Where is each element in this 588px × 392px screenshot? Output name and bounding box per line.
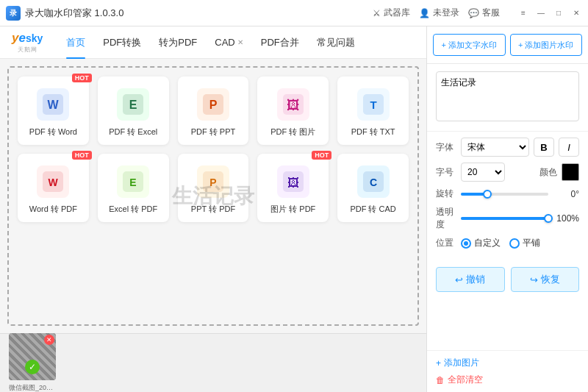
thumbnail-bar: ✕ ✓ 微信截图_202212... xyxy=(0,333,426,392)
service-btn[interactable]: 💬 客服 xyxy=(468,7,500,19)
img2pdf-icon: 🖼 xyxy=(277,165,309,198)
color-picker[interactable] xyxy=(562,163,579,181)
italic-btn[interactable]: I xyxy=(559,138,579,157)
ppt2pdf-icon: P xyxy=(197,165,229,198)
rotate-row: 旋转 0° xyxy=(436,188,579,200)
thumbnail-check-icon: ✓ xyxy=(25,360,40,374)
tool-pdf-to-txt[interactable]: T PDF 转 TXT xyxy=(337,76,409,145)
window-controls: ≡ — □ ✕ xyxy=(517,7,582,19)
font-row: 字体 宋体 B I xyxy=(436,138,579,157)
rotate-label: 旋转 xyxy=(436,188,456,200)
login-btn[interactable]: 👤 未登录 xyxy=(419,7,459,19)
tool-label: 图片 转 PDF xyxy=(270,204,315,215)
app-icon: 录 xyxy=(6,6,21,21)
svg-text:E: E xyxy=(130,177,137,188)
app-title: 录大咖水印管家 1.0.3.0 xyxy=(25,7,373,20)
svg-text:W: W xyxy=(49,177,59,188)
add-image-icon: + xyxy=(436,358,441,368)
redo-btn[interactable]: ↪ 恢复 xyxy=(511,267,580,292)
tool-pdf-to-word[interactable]: W HOT PDF 转 Word xyxy=(18,76,89,145)
tool-word-to-pdf[interactable]: W HOT Word 转 PDF xyxy=(18,154,89,222)
menu-btn[interactable]: ≡ xyxy=(517,7,529,19)
tool-label: PDF 转 PPT xyxy=(191,126,236,138)
opacity-slider[interactable] xyxy=(461,217,548,220)
tool-label: PDF 转 CAD xyxy=(350,204,395,215)
font-select[interactable]: 宋体 xyxy=(461,138,529,157)
tool-excel-to-pdf[interactable]: E Excel 转 PDF xyxy=(98,154,169,222)
rotate-slider[interactable] xyxy=(461,193,548,196)
add-image-link[interactable]: + 添加图片 xyxy=(436,357,579,369)
tool-img-to-pdf[interactable]: 🖼 HOT 图片 转 PDF xyxy=(257,154,329,222)
position-custom-radio[interactable]: 自定义 xyxy=(461,237,501,249)
tool-label: Excel 转 PDF xyxy=(109,204,157,215)
nav-item-pdf-merge[interactable]: PDF合并 xyxy=(252,26,308,59)
logo-tagline: 天鹅网 xyxy=(18,46,37,54)
ppt-icon: P xyxy=(197,88,229,121)
size-select[interactable]: 20 xyxy=(461,163,505,182)
thumbnail-item: ✕ ✓ 微信截图_202212... xyxy=(9,333,56,392)
undo-icon: ↩ xyxy=(455,274,463,285)
position-radio-group: 自定义 平铺 xyxy=(461,237,540,249)
font-label: 字体 xyxy=(436,141,456,154)
position-tile-radio[interactable]: 平铺 xyxy=(509,237,540,249)
excel2pdf-icon: E xyxy=(117,165,149,198)
size-label: 字号 xyxy=(436,166,456,179)
redo-icon: ↪ xyxy=(530,274,538,285)
close-btn[interactable]: ✕ xyxy=(570,7,582,19)
weapon-library-btn[interactable]: ⚔ 武器库 xyxy=(373,7,410,19)
rp-top-buttons: + 添加文字水印 + 添加图片水印 xyxy=(427,26,588,64)
hot-badge: HOT xyxy=(72,151,92,160)
rotate-value: 0° xyxy=(553,189,579,199)
minimize-btn[interactable]: — xyxy=(535,7,547,19)
thumbnail-label: 微信截图_202212... xyxy=(9,383,56,392)
img-icon: 🖼 xyxy=(277,88,309,121)
maximize-btn[interactable]: □ xyxy=(553,7,564,19)
content-area: 生活记录 W HOT PDF 转 Word E PDF 转 Excel xyxy=(0,59,426,333)
nav-item-faq[interactable]: 常见问题 xyxy=(308,26,364,59)
add-img-watermark-btn[interactable]: + 添加图片水印 xyxy=(510,34,583,56)
plus-icon: + xyxy=(442,40,446,49)
nav-logo: y e sky 天鹅网 xyxy=(12,31,43,54)
tool-label: PDF 转 图片 xyxy=(270,126,315,138)
radio-custom-icon xyxy=(461,238,471,249)
svg-text:W: W xyxy=(48,99,60,111)
word2pdf-icon: W xyxy=(37,165,69,198)
clear-all-link[interactable]: 🗑 全部清空 xyxy=(436,374,579,386)
title-bar: 录 录大咖水印管家 1.0.3.0 ⚔ 武器库 👤 未登录 💬 客服 ≡ — □… xyxy=(0,0,588,26)
watermark-text-input[interactable] xyxy=(436,71,579,121)
thumbnail-close-btn[interactable]: ✕ xyxy=(44,335,54,345)
svg-text:🖼: 🖼 xyxy=(287,177,299,189)
undo-btn[interactable]: ↩ 撤销 xyxy=(436,267,505,292)
bold-btn[interactable]: B xyxy=(534,138,554,157)
tool-pdf-to-ppt[interactable]: P PDF 转 PPT xyxy=(178,76,249,145)
svg-text:T: T xyxy=(370,99,376,111)
opacity-label: 透明度 xyxy=(436,206,456,231)
hot-badge: HOT xyxy=(72,74,92,82)
tool-label: PPT 转 PDF xyxy=(191,204,235,215)
nav-item-to-pdf[interactable]: 转为PDF xyxy=(150,26,206,59)
weapon-icon: ⚔ xyxy=(373,8,381,18)
word-icon: W xyxy=(37,88,69,121)
tool-pdf-to-cad[interactable]: C PDF 转 CAD xyxy=(337,154,409,222)
nav-item-home[interactable]: 首页 xyxy=(57,26,94,59)
nav-item-close-cad[interactable]: ✕ xyxy=(237,38,243,46)
plus-icon: + xyxy=(518,40,523,49)
svg-text:P: P xyxy=(209,99,218,111)
rp-bottom-links: + 添加图片 🗑 全部清空 xyxy=(427,350,588,392)
tools-grid: W HOT PDF 转 Word E PDF 转 Excel P PDF 转 P… xyxy=(12,71,415,228)
watermark-text-section xyxy=(427,64,588,132)
color-label: 颜色 xyxy=(509,166,557,179)
tool-label: PDF 转 Word xyxy=(29,126,77,138)
nav-item-cad[interactable]: CAD ✕ xyxy=(206,26,251,59)
main-container: y e sky 天鹅网 首页 PDF转换 转为PDF CAD ✕ xyxy=(0,26,588,392)
hot-badge: HOT xyxy=(312,151,331,160)
tool-pdf-to-img[interactable]: 🖼 PDF 转 图片 xyxy=(257,76,329,145)
tool-pdf-to-excel[interactable]: E PDF 转 Excel xyxy=(98,76,169,145)
thumbnail-preview[interactable]: ✕ ✓ xyxy=(9,333,56,380)
tool-ppt-to-pdf[interactable]: P PPT 转 PDF xyxy=(178,154,249,222)
left-content: y e sky 天鹅网 首页 PDF转换 转为PDF CAD ✕ xyxy=(0,26,426,392)
action-buttons: ↩ 撤销 ↪ 恢复 xyxy=(427,261,588,298)
nav-item-pdf-convert[interactable]: PDF转换 xyxy=(94,26,150,59)
title-actions: ⚔ 武器库 👤 未登录 💬 客服 ≡ — □ ✕ xyxy=(373,7,582,19)
add-text-watermark-btn[interactable]: + 添加文字水印 xyxy=(433,34,506,56)
